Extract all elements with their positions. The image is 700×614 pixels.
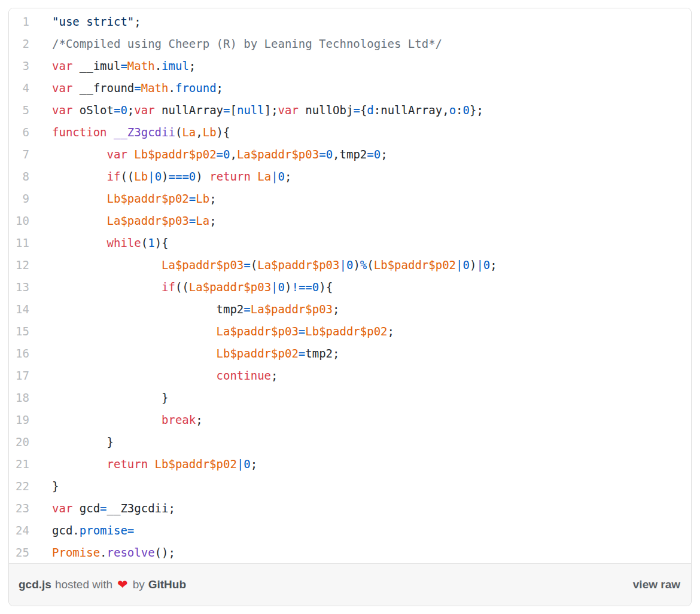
file-link[interactable]: gcd.js bbox=[19, 578, 51, 591]
code-line: 15 La$paddr$p03=Lb$paddr$p02; bbox=[9, 320, 691, 343]
code-line: 2/*Compiled using Cheerp (R) by Leaning … bbox=[9, 33, 691, 55]
code-token: =0 bbox=[114, 103, 127, 117]
code-token: |0 bbox=[476, 258, 490, 271]
line-number: 21 bbox=[9, 453, 29, 475]
code-line: 18 } bbox=[9, 387, 691, 409]
code-token: Lb bbox=[196, 192, 209, 205]
code-text: var __fround=Math.fround; bbox=[29, 77, 223, 99]
code-token: var bbox=[52, 502, 72, 515]
code-lines: 1"use strict";2/*Compiled using Cheerp (… bbox=[9, 11, 691, 563]
line-number: 11 bbox=[9, 232, 29, 254]
code-token: ; bbox=[217, 81, 223, 94]
code-token bbox=[127, 148, 134, 161]
code-token: = bbox=[120, 59, 127, 72]
code-token: ; bbox=[189, 59, 196, 72]
code-token: , bbox=[230, 148, 236, 161]
code-token: ; bbox=[285, 170, 291, 183]
code-token bbox=[52, 369, 217, 382]
code-token: ( bbox=[175, 126, 182, 139]
code-text: var Lb$paddr$p02=0,La$paddr$p03=0,tmp2=0… bbox=[29, 143, 388, 166]
code-text: } bbox=[29, 431, 114, 453]
line-number: 12 bbox=[9, 254, 29, 276]
code-token: oSlot bbox=[72, 103, 114, 117]
code-token: __fround bbox=[72, 81, 134, 94]
code-token: = bbox=[244, 258, 250, 271]
line-number: 13 bbox=[9, 276, 29, 298]
code-token: . bbox=[169, 81, 175, 94]
code-token: = bbox=[134, 81, 141, 94]
code-token: gcd. bbox=[52, 524, 80, 537]
code-token: 1 bbox=[148, 236, 154, 249]
code-token: Lb$paddr$p02 bbox=[305, 325, 387, 338]
code-token: Math bbox=[127, 59, 155, 72]
code-token: Lb bbox=[203, 126, 217, 139]
code-token: { bbox=[360, 103, 367, 117]
code-token: ; bbox=[209, 192, 216, 205]
code-text: } bbox=[29, 387, 168, 409]
code-token bbox=[148, 457, 154, 471]
gist-footer: gcd.js hosted with ❤ by GitHub view raw bbox=[9, 563, 691, 606]
code-token: if bbox=[162, 280, 175, 294]
code-token: ; bbox=[251, 457, 257, 471]
code-token: ( bbox=[141, 236, 148, 249]
code-text: if((Lb|0)===0) return La|0; bbox=[29, 166, 292, 188]
code-token: ; bbox=[333, 303, 339, 316]
code-token: nullObj bbox=[299, 103, 354, 117]
line-number: 14 bbox=[9, 298, 29, 320]
code-token: if bbox=[107, 170, 121, 183]
code-token bbox=[52, 457, 107, 471]
code-token: }; bbox=[470, 103, 483, 117]
code-token: ===0 bbox=[169, 170, 196, 183]
code-line: 21 return Lb$paddr$p02|0; bbox=[9, 453, 691, 475]
code-token: =0 bbox=[217, 148, 230, 161]
code-token: ,tmp2 bbox=[333, 148, 367, 161]
code-token: ( bbox=[251, 258, 257, 271]
code-token bbox=[52, 413, 162, 426]
code-token: } bbox=[52, 479, 59, 493]
view-raw-link[interactable]: view raw bbox=[633, 578, 680, 591]
code-token: Lb$paddr$p02 bbox=[134, 148, 216, 161]
code-token: var bbox=[52, 103, 72, 117]
code-token: d bbox=[367, 103, 373, 117]
github-link[interactable]: GitHub bbox=[148, 578, 186, 591]
line-number: 10 bbox=[9, 210, 29, 232]
code-token: return bbox=[209, 170, 251, 183]
line-number: 3 bbox=[9, 55, 29, 77]
line-number: 22 bbox=[9, 475, 29, 497]
code-token: |0 bbox=[237, 457, 251, 471]
code-token: ; bbox=[134, 15, 141, 28]
code-token: var bbox=[278, 103, 299, 117]
code-token: ; bbox=[271, 369, 278, 382]
code-token: La$paddr$p03 bbox=[189, 280, 271, 294]
code-token: ( bbox=[367, 258, 373, 271]
code-token: La$paddr$p03 bbox=[251, 303, 333, 316]
code-token bbox=[52, 192, 107, 205]
code-token: return bbox=[107, 457, 148, 471]
code-token: La$paddr$p03 bbox=[107, 214, 189, 227]
code-token: } bbox=[52, 391, 168, 404]
line-number: 17 bbox=[9, 365, 29, 387]
code-line: 7 var Lb$paddr$p02=0,La$paddr$p03=0,tmp2… bbox=[9, 143, 691, 166]
line-number: 23 bbox=[9, 497, 29, 520]
line-number: 6 bbox=[9, 121, 29, 143]
code-line: 6function __Z3gcdii(La,Lb){ bbox=[9, 121, 691, 143]
code-token: ; bbox=[209, 214, 216, 227]
line-number: 1 bbox=[9, 11, 29, 33]
code-token: var bbox=[52, 59, 72, 72]
code-token: La$paddr$p03 bbox=[217, 325, 299, 338]
code-token: = bbox=[223, 103, 230, 117]
code-line: 3var __imul=Math.imul; bbox=[9, 55, 691, 77]
heart-icon: ❤ bbox=[116, 578, 129, 592]
code-token: La bbox=[196, 214, 209, 227]
code-line: 24gcd.promise= bbox=[9, 520, 691, 542]
code-text: La$paddr$p03=Lb$paddr$p02; bbox=[29, 320, 394, 343]
code-token: promise= bbox=[80, 524, 135, 537]
code-token: gcd bbox=[72, 502, 100, 515]
code-token: ) bbox=[353, 258, 360, 271]
line-number: 4 bbox=[9, 77, 29, 99]
code-area: 1"use strict";2/*Compiled using Cheerp (… bbox=[9, 8, 691, 563]
code-token bbox=[52, 148, 107, 161]
code-line: 11 while(1){ bbox=[9, 232, 691, 254]
line-number: 9 bbox=[9, 188, 29, 210]
code-text: var gcd=__Z3gcdii; bbox=[29, 497, 175, 520]
